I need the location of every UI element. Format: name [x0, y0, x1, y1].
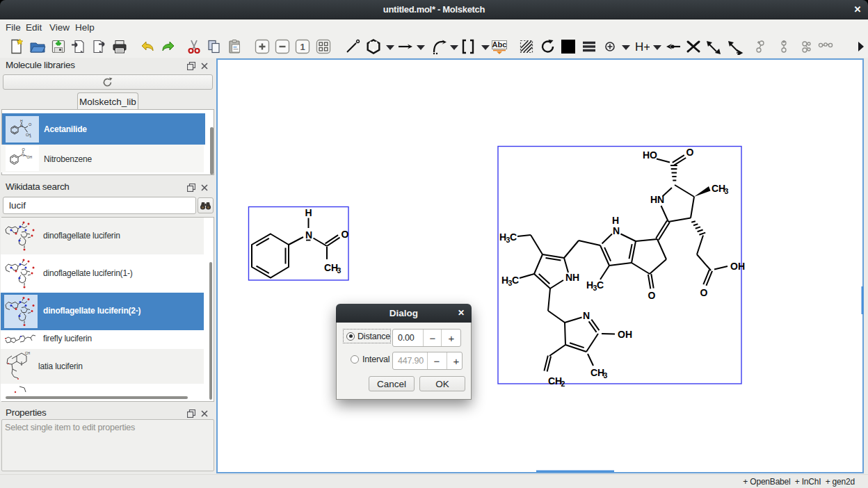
- svg-text:H: H: [305, 207, 312, 218]
- svg-text:N: N: [305, 229, 312, 241]
- svg-text:OH: OH: [618, 329, 632, 340]
- svg-text:CH: CH: [712, 183, 725, 194]
- svg-text:HO: HO: [643, 149, 657, 161]
- svg-text:C: C: [510, 231, 517, 243]
- svg-text:NH: NH: [565, 272, 579, 283]
- svg-text:O: O: [648, 290, 656, 301]
- svg-text:C: C: [597, 279, 604, 291]
- svg-text:O: O: [700, 287, 708, 298]
- svg-text:N: N: [583, 310, 590, 321]
- svg-text:CH: CH: [590, 367, 604, 378]
- svg-text:3: 3: [337, 266, 341, 275]
- svg-text:CH: CH: [324, 262, 338, 273]
- svg-text:C: C: [512, 275, 519, 286]
- svg-text:2: 2: [561, 380, 565, 388]
- svg-text:3: 3: [604, 371, 608, 380]
- svg-text:3: 3: [725, 187, 729, 195]
- svg-text:CH: CH: [548, 375, 562, 387]
- svg-text:OH: OH: [730, 261, 745, 272]
- svg-text:HN: HN: [650, 194, 664, 205]
- svg-text:O: O: [686, 147, 694, 158]
- svg-text:O: O: [341, 229, 349, 240]
- svg-text:N: N: [613, 225, 620, 236]
